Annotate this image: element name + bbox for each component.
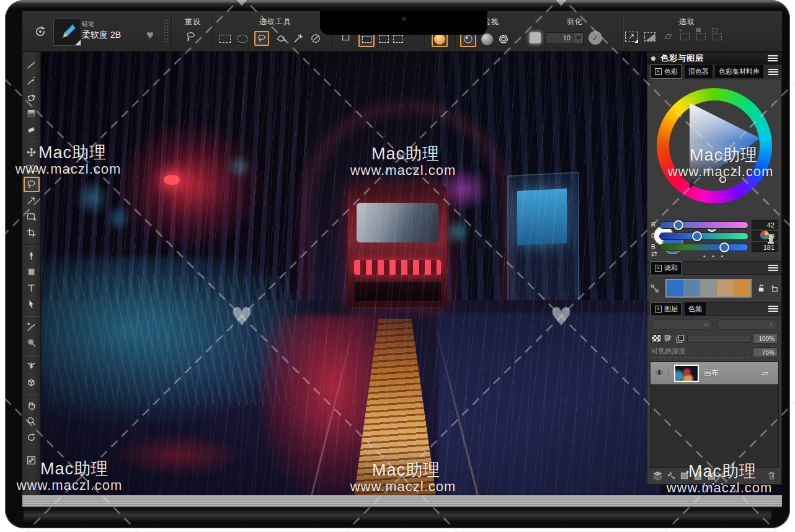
pen-tool[interactable] — [24, 248, 40, 264]
skew-selection-icon[interactable] — [662, 31, 673, 42]
dropper-tool[interactable] — [24, 73, 40, 89]
rect-selection-tool[interactable] — [24, 161, 40, 176]
selection-brush-icon[interactable] — [310, 33, 321, 44]
divine-proportion-tool[interactable] — [24, 358, 40, 374]
tab-mixer[interactable]: 混色器 — [685, 65, 713, 78]
duplicate-layer-icon[interactable] — [675, 334, 685, 344]
swap-colors-icon[interactable]: ⇄ — [651, 249, 657, 258]
horizontal-scrollbar[interactable] — [22, 495, 782, 507]
delete-selection-button[interactable]: × — [680, 33, 690, 40]
tab-color-active[interactable]: × 色彩 — [651, 64, 682, 79]
lasso-tool-active[interactable] — [24, 177, 40, 192]
paint-bucket-tool[interactable] — [24, 89, 40, 105]
recent-brushes-icon[interactable] — [33, 25, 47, 38]
tab-layers-active[interactable]: × 图层 — [651, 302, 682, 316]
green-slider-thumb[interactable] — [692, 231, 702, 241]
layer-thumbnail[interactable] — [674, 365, 699, 382]
subtract-from-selection-button[interactable]: − — [393, 35, 403, 43]
new-liquid-ink-layer-icon[interactable] — [706, 471, 717, 481]
brush-tool[interactable] — [24, 57, 40, 73]
tab-color-sets[interactable]: 色彩集材料库 — [715, 65, 763, 78]
opacity-value[interactable]: 100% — [753, 334, 778, 344]
layer-adjuster-tool[interactable] — [24, 144, 40, 160]
blue-slider-thumb[interactable] — [719, 242, 729, 252]
selection-adjuster-tool[interactable] — [24, 209, 40, 224]
save-selection-button[interactable] — [696, 33, 706, 40]
perspective-grid-tool[interactable] — [24, 375, 40, 390]
red-slider[interactable] — [659, 221, 748, 229]
composite-method-dropdown[interactable] — [651, 319, 713, 330]
layer-visibility-eye-icon[interactable]: 👁 — [651, 368, 669, 378]
text-tool[interactable] — [24, 280, 40, 296]
harmony-type-icon[interactable] — [650, 283, 659, 294]
mirror-painting-tool[interactable] — [24, 319, 40, 335]
depth-value[interactable]: 75% — [753, 347, 778, 357]
rotate-page-tool[interactable] — [24, 430, 40, 445]
add-to-selection-button[interactable]: + — [379, 35, 389, 43]
panel-menu-icon[interactable] — [768, 55, 778, 61]
mask-view-icon[interactable] — [481, 33, 493, 45]
harmony-swatch[interactable] — [683, 280, 700, 296]
close-tab-icon[interactable]: × — [655, 68, 662, 75]
magic-wand-icon[interactable] — [293, 33, 304, 44]
rect-shape-tool[interactable] — [24, 264, 40, 280]
dynamic-plugins-icon[interactable] — [666, 471, 676, 481]
red-slider-thumb[interactable] — [673, 220, 683, 230]
brush-thumbnail[interactable] — [53, 18, 81, 46]
open-color-dialog-button[interactable] — [759, 229, 775, 246]
close-tab-icon[interactable]: × — [655, 306, 662, 313]
pickup-underlying-icon[interactable] — [664, 334, 673, 344]
blue-slider[interactable] — [659, 244, 748, 251]
sat-value-triangle[interactable] — [657, 88, 772, 203]
gradient-tool[interactable] — [24, 105, 40, 121]
harmony-swatch[interactable] — [717, 280, 734, 296]
green-slider[interactable] — [659, 233, 748, 240]
transform-selection-button[interactable] — [625, 32, 637, 42]
harmony-menu-icon[interactable] — [768, 265, 778, 271]
harmony-swatch[interactable] — [667, 280, 683, 296]
feather-spinner[interactable]: 10 — [546, 32, 584, 44]
load-selection-button[interactable] — [713, 33, 722, 40]
grabber-hand-tool[interactable] — [24, 397, 40, 413]
layer-row-canvas[interactable]: 👁 画布 ▱ — [651, 362, 778, 384]
magnifier-tool[interactable] — [24, 414, 40, 429]
close-tab-icon[interactable]: × — [655, 265, 662, 272]
opacity-slider[interactable] — [687, 335, 751, 343]
eraser-tool[interactable] — [24, 122, 40, 137]
new-watercolor-layer-icon[interactable] — [693, 471, 703, 481]
shape-selection-tool[interactable] — [24, 296, 40, 312]
harmony-swatch[interactable] — [734, 280, 750, 296]
kaleidoscope-tool[interactable] — [24, 335, 40, 351]
triangle-cursor[interactable] — [719, 176, 726, 183]
tab-channels[interactable]: 色频 — [685, 303, 706, 316]
invert-selection-button[interactable] — [644, 32, 655, 42]
add-swatch-icon[interactable] — [770, 284, 779, 293]
crop-tool[interactable] — [24, 225, 40, 241]
tab-harmony[interactable]: × 调和 — [651, 261, 682, 275]
composite-depth-dropdown[interactable] — [716, 319, 778, 330]
red-value[interactable]: 42 — [752, 220, 778, 229]
oval-selection-icon[interactable] — [237, 35, 248, 43]
layers-menu-icon[interactable] — [768, 306, 778, 312]
magic-wand-tool[interactable] — [24, 193, 40, 208]
color-panel-menu-icon[interactable] — [768, 69, 778, 75]
panel-header[interactable]: 色彩与图层 — [647, 53, 781, 64]
layer-commands-icon[interactable] — [652, 471, 663, 481]
feather-dropdown-button[interactable] — [574, 32, 584, 44]
harmony-swatch[interactable] — [700, 280, 717, 296]
feather-value[interactable]: 10 — [546, 32, 574, 44]
gear-icon[interactable] — [498, 33, 509, 45]
trash-icon[interactable] — [767, 471, 776, 481]
preserve-transparency-icon[interactable] — [651, 334, 662, 343]
fit-to-window-tool[interactable] — [24, 453, 40, 468]
rect-selection-icon[interactable] — [220, 35, 231, 43]
new-layer-icon[interactable] — [679, 471, 690, 481]
lasso-tool-button-active[interactable] — [254, 31, 269, 46]
color-pager-dots[interactable]: • • • — [647, 253, 781, 261]
unlock-icon[interactable] — [757, 283, 766, 293]
apply-feather-button[interactable]: ✓ — [588, 31, 602, 45]
layers-pager-dots[interactable]: • • • — [647, 481, 781, 489]
polygon-selection-icon[interactable] — [275, 33, 286, 44]
reset-selection-icon[interactable] — [185, 31, 196, 42]
toolbar-drag-handle[interactable] — [164, 19, 169, 45]
